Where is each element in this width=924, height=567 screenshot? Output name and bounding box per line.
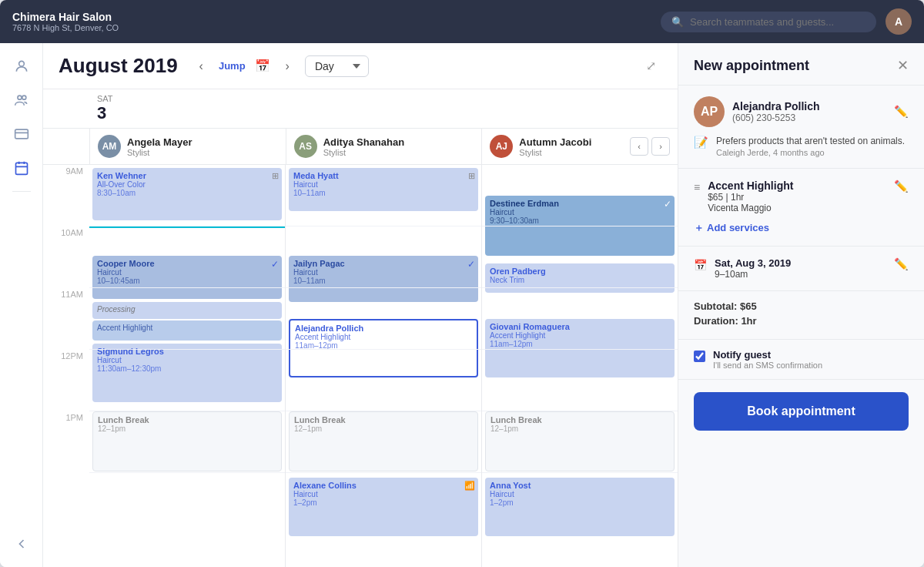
day-date: Sat 3 [89,89,678,128]
calendar-title: August 2019 [59,54,178,78]
avatar[interactable]: A [886,8,912,35]
top-bar: Chimera Hair Salon 7678 N High St, Denve… [0,0,924,43]
client-edit-button[interactable]: ✏️ [894,105,909,119]
main-layout: August 2019 ‹ Jump 📅 › Day Week Month ⤢ … [0,43,924,567]
staff-grid: ⊞ Ken Wehner All-Over Color 8:30–10am ✓ … [89,165,678,567]
note-meta: Caleigh Jerde, 4 months ago [716,148,905,157]
next-button[interactable]: › [280,56,296,76]
time-1pm: 1PM [43,411,89,473]
add-services-button[interactable]: ＋ Add services [694,221,909,235]
appt-ken[interactable]: ⊞ Ken Wehner All-Over Color 8:30–10am [92,168,282,220]
day-header-row: Sat 3 [43,89,678,129]
appt-cooper[interactable]: ✓ Cooper Moore Haircut 10–10:45am [92,256,282,299]
appt-destinee[interactable]: ✓ Destinee Erdman Haircut 9:30–10:30am [485,196,675,256]
sidebar-item-profile[interactable] [8,52,35,80]
staff-name-autumn: Autumn Jacobi [519,136,591,148]
schedule-aditya: ⊞ Meda Hyatt Haircut 10–11am ✓ Jailyn Pa… [285,165,481,567]
notify-section: Notify guest I'll send an SMS confirmati… [678,340,924,380]
appt-alejandra[interactable]: Alejandra Pollich Accent Highlight 11am–… [289,319,478,377]
note-row: 📝 Prefers products that aren't tested on… [694,135,909,157]
appt-jailyn[interactable]: ✓ Jailyn Pagac Haircut 10–11am [289,256,478,302]
note-text: Prefers products that aren't tested on a… [716,135,905,148]
note-content: Prefers products that aren't tested on a… [716,135,905,157]
staff-avatar-autumn: AJ [490,135,513,158]
calendar-icon[interactable]: 📅 [255,59,270,73]
datetime-edit-button[interactable]: ✏️ [894,257,909,271]
appt-processing[interactable]: Processing [92,302,282,319]
svg-rect-3 [15,129,28,139]
fullscreen-button[interactable]: ⤢ [640,55,662,76]
duration-row: Duration: 1hr [694,315,909,327]
service-edit-button[interactable]: ✏️ [894,179,909,193]
panel-header: New appointment ✕ [678,43,924,86]
service-staff: Vicenta Maggio [708,203,793,213]
view-mode-select[interactable]: Day Week Month [305,55,369,77]
appt-oren[interactable]: Oren Padberg Neck Trim [485,263,675,293]
client-phone: (605) 230-5253 [732,112,820,123]
notify-checkbox[interactable] [694,351,705,362]
search-icon: 🔍 [671,16,684,28]
staff-role-autumn: Stylist [519,148,591,157]
right-panel: New appointment ✕ AP Alejandra Pollich (… [678,43,924,567]
notify-label: Notify guest [713,349,822,361]
svg-point-1 [18,96,22,99]
search-input[interactable] [690,16,865,28]
salon-info: Chimera Hair Salon 7678 N High St, Denve… [12,11,119,32]
subtotal-row: Subtotal: $65 [694,300,909,312]
schedule-autumn: ✓ Destinee Erdman Haircut 9:30–10:30am O… [481,165,678,567]
sidebar-item-back[interactable] [8,530,35,558]
appt-anna[interactable]: Anna Yost Haircut 1–2pm [485,478,675,536]
staff-col-angela: AM Angela Mayer Stylist [89,129,286,164]
appt-alexane[interactable]: 📶 Alexane Collins Haircut 1–2pm [289,478,478,536]
staff-next-btn[interactable]: › [651,137,670,156]
book-appointment-button[interactable]: Book appointment [694,392,909,431]
summary-section: Subtotal: $65 Duration: 1hr [678,291,924,340]
jump-button[interactable]: Jump [219,60,246,72]
salon-address: 7678 N High St, Denver, CO [12,23,119,32]
service-price: $65 | 1hr [708,192,793,203]
day-num: 3 [97,103,113,123]
add-services-label: Add services [707,222,769,233]
calendar-body: 9AM 10AM 11AM 12PM 1PM ⊞ [43,165,678,567]
service-row: ≡ Accent Highlight $65 | 1hr Vicenta Mag… [694,179,909,213]
staff-avatar-aditya: AS [294,135,317,158]
appt-giovani[interactable]: Giovani Romaguera Accent Highlight 11am–… [485,319,675,377]
client-info: Alejandra Pollich (605) 230-5253 [732,100,820,123]
time-9am: 9AM [43,165,89,226]
sidebar-divider [12,191,31,192]
prev-button[interactable]: ‹ [193,56,209,76]
time-12pm: 12PM [43,350,89,411]
subtotal-label: Subtotal: $65 [694,300,757,312]
sidebar-item-team[interactable] [8,86,35,114]
svg-rect-4 [15,163,27,174]
time-column: 9AM 10AM 11AM 12PM 1PM [43,165,89,567]
search-bar[interactable]: 🔍 [661,12,876,32]
calendar-small-icon: 📅 [694,259,707,271]
staff-role-aditya: Stylist [323,148,404,157]
datetime-row: 📅 Sat, Aug 3, 2019 9–10am ✏️ [694,257,909,280]
duration-label: Duration: 1hr [694,315,757,327]
panel-title: New appointment [694,58,809,74]
staff-info-autumn: Autumn Jacobi Stylist [519,136,591,157]
datetime-info: Sat, Aug 3, 2019 9–10am [715,257,791,280]
appt-sigmund[interactable]: Sigmund Legros Haircut 11:30am–12:30pm [92,344,282,402]
appt-accent-angela[interactable]: Accent Highlight [92,320,282,341]
staff-gutter [43,129,89,164]
staff-col-autumn: AJ Autumn Jacobi Stylist ‹ › [481,129,678,164]
appt-meda[interactable]: ⊞ Meda Hyatt Haircut 10–11am [289,168,478,211]
add-icon: ＋ [694,221,704,235]
calendar-area: August 2019 ‹ Jump 📅 › Day Week Month ⤢ … [43,43,678,567]
day-name: Sat [97,94,113,103]
schedule-angela: ⊞ Ken Wehner All-Over Color 8:30–10am ✓ … [89,165,285,567]
time-11am: 11AM [43,288,89,350]
sidebar-item-clients[interactable] [8,120,35,148]
svg-point-0 [18,61,24,66]
sidebar-item-calendar[interactable] [8,154,35,182]
now-line [89,226,285,228]
notify-sub: I'll send an SMS confirmation [713,361,822,370]
salon-name: Chimera Hair Salon [12,11,119,23]
staff-info-aditya: Aditya Shanahan Stylist [323,136,404,157]
datetime-date: Sat, Aug 3, 2019 [715,257,791,269]
panel-close-button[interactable]: ✕ [897,57,909,74]
staff-prev-btn[interactable]: ‹ [630,137,648,156]
